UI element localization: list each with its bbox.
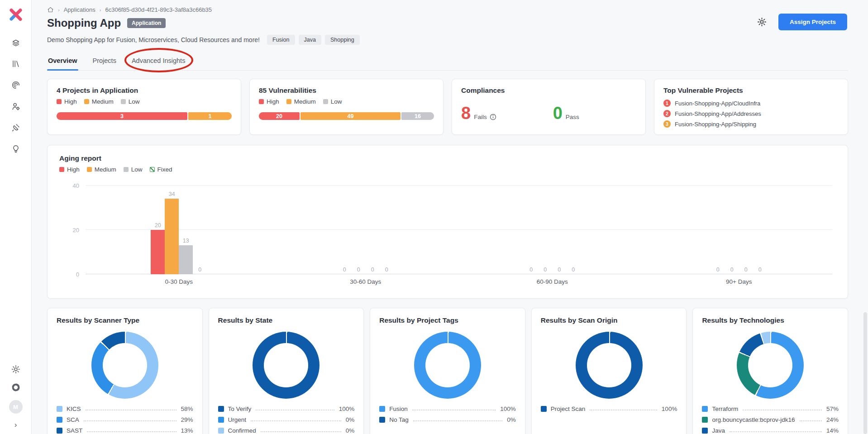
bar-slot-high: 0 (338, 267, 352, 274)
bar-value-label: 0 (558, 267, 561, 273)
donut-legend-row[interactable]: org.bouncycastle:bcprov-jdk1624% (702, 416, 839, 423)
bar-value-label: 0 (198, 267, 201, 273)
donut-chart[interactable] (253, 332, 320, 399)
donut-legend-row[interactable]: KICS58% (57, 405, 193, 412)
y-axis-tick: 20 (73, 227, 79, 234)
tab-projects[interactable]: Projects (92, 53, 117, 70)
legend-swatch (87, 167, 92, 172)
top-vulnerable-row[interactable]: 2Fusion-Shopping-App/Addresses (663, 110, 839, 117)
annotation-ellipse (124, 48, 194, 72)
severity-legend: HighMediumLow (259, 98, 434, 105)
bar-group-30-60-days[interactable]: 0000 (338, 267, 394, 274)
bar-group-90+-days[interactable]: 0000 (711, 267, 767, 274)
donut-legend-swatch (57, 417, 62, 423)
gear-icon[interactable] (757, 17, 768, 28)
vulnerabilities-card: 85 Vulnerabilities HighMediumLow 204916 (249, 79, 444, 135)
tab-advanced-insights[interactable]: Advanced Insights (131, 53, 186, 70)
info-icon[interactable] (490, 114, 496, 120)
legend-swatch (57, 99, 62, 104)
stacked-bar-segment: 20 (259, 112, 300, 120)
donut-legend-swatch (541, 406, 547, 412)
donut-chart[interactable] (576, 332, 643, 399)
donut-legend-row[interactable]: SAST13% (57, 427, 193, 434)
library-icon[interactable] (10, 58, 21, 69)
help-ring-icon[interactable] (10, 382, 21, 393)
legend-leader-line (86, 410, 176, 410)
sidebar-expand-chevron[interactable]: › (14, 421, 17, 429)
donut-legend: Project Scan100% (541, 405, 677, 412)
user-settings-icon[interactable] (10, 101, 21, 112)
legend-leader-line (413, 420, 503, 421)
donut-legend-row[interactable]: Terraform57% (702, 405, 839, 412)
donut-legend-label: No Tag (389, 416, 409, 423)
donut-legend-swatch (57, 428, 62, 434)
checkmarx-logo[interactable] (8, 6, 24, 23)
donut-legend-percent: 13% (181, 427, 193, 434)
bar-slot-medium: 0 (725, 267, 739, 274)
donut-chart[interactable] (91, 332, 158, 399)
breadcrumb-separator: › (58, 7, 60, 13)
bar-slot-fixed: 0 (193, 267, 207, 274)
projects-stacked-bar[interactable]: 31 (57, 112, 232, 120)
donut-legend-label: Confirmed (228, 427, 256, 434)
pass-value: 0 (553, 105, 563, 121)
assign-projects-button[interactable]: Assign Projects (778, 14, 847, 30)
user-avatar[interactable]: M (9, 400, 23, 414)
project-name: Fusion-Shopping-App/CloudInfra (675, 100, 760, 107)
legend-label: High (267, 98, 279, 105)
donut-legend-swatch (379, 417, 385, 423)
fails-stat: 8 Fails (461, 105, 496, 121)
aging-legend: HighMediumLowFixed (59, 166, 836, 173)
vertical-scrollbar[interactable] (863, 312, 867, 434)
aging-plot-area: 0204020341300-30 Days000030-60 Days00006… (86, 186, 832, 274)
plug-icon[interactable] (10, 122, 21, 133)
bar-value-label: 34 (169, 191, 175, 197)
donut-legend-row[interactable]: Project Scan100% (541, 405, 677, 412)
scan-spiral-icon[interactable] (10, 80, 21, 91)
donut-legend-label: SCA (67, 416, 79, 423)
donut-legend-row[interactable]: No Tag0% (379, 416, 516, 423)
donut-legend: To Verify100%Urgent0%Confirmed0%Proposed… (218, 405, 355, 434)
top-vulnerable-row[interactable]: 3Fusion-Shopping-App/Shipping (663, 120, 839, 128)
bar-slot-high: 0 (711, 267, 725, 274)
donut-legend-row[interactable]: Confirmed0% (218, 427, 355, 434)
aging-bar-chart[interactable]: 0204020341300-30 Days000030-60 Days00006… (59, 179, 836, 288)
donut-legend-percent: 29% (181, 416, 193, 423)
vulnerabilities-stacked-bar[interactable]: 204916 (259, 112, 434, 120)
aging-report-title: Aging report (59, 154, 836, 162)
applications-icon[interactable] (10, 37, 21, 48)
home-icon[interactable] (47, 6, 54, 13)
legend-leader-line (251, 420, 341, 421)
donut-legend-row[interactable]: SCA29% (57, 416, 193, 423)
bar-slot-low: 0 (366, 267, 380, 274)
bar-medium (165, 199, 179, 274)
x-axis-label: 0-30 Days (165, 278, 193, 285)
donut-legend-row[interactable]: Urgent0% (218, 416, 355, 423)
bar-value-label: 20 (155, 222, 161, 229)
top-vulnerable-row[interactable]: 1Fusion-Shopping-App/CloudInfra (663, 100, 839, 107)
legend-swatch (121, 99, 126, 104)
donut-legend-row[interactable]: Fusion100% (379, 405, 516, 412)
donut-chart[interactable] (737, 332, 804, 399)
top-vulnerable-title: Top Vulnerable Projects (663, 86, 839, 95)
donut-legend-row[interactable]: To Verify100% (218, 405, 355, 412)
breadcrumb-applications[interactable]: Applications (64, 6, 95, 13)
donut-chart[interactable] (414, 332, 481, 399)
donut-card-results-by-state: Results by StateTo Verify100%Urgent0%Con… (209, 308, 364, 434)
legend-label: Low (131, 166, 143, 173)
legend-leader-line (256, 410, 334, 410)
bar-group-60-90-days[interactable]: 0000 (524, 267, 580, 274)
donut-card-title: Results by Scan Origin (541, 316, 677, 324)
legend-item-medium: Medium (87, 166, 116, 173)
settings-gear-icon[interactable] (10, 364, 21, 375)
donut-legend-row[interactable]: Java14% (702, 427, 839, 434)
legend-leader-line (743, 410, 822, 410)
lightbulb-icon[interactable] (10, 143, 21, 154)
legend-item-fixed: Fixed (150, 166, 172, 173)
legend-swatch (59, 167, 64, 172)
donut-legend: Terraform57%org.bouncycastle:bcprov-jdk1… (702, 405, 839, 434)
sidebar: M › (0, 0, 32, 434)
bar-group-0-30-days[interactable]: 2034130 (151, 191, 207, 274)
tab-overview[interactable]: Overview (47, 53, 78, 70)
breadcrumb-separator: › (100, 7, 101, 13)
